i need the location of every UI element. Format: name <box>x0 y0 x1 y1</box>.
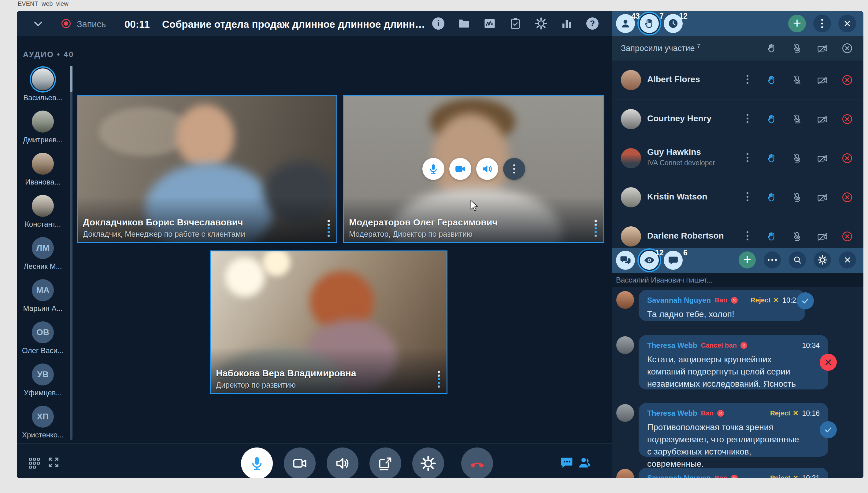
message-author[interactable]: Savannah Nguyen <box>647 474 711 478</box>
ban-button[interactable]: Ban <box>701 409 714 417</box>
close-participants-panel-button[interactable] <box>838 15 856 33</box>
lower-hand-button[interactable] <box>766 192 777 202</box>
message-author[interactable]: Theresa Webb <box>647 341 697 350</box>
tile-more-button[interactable] <box>327 220 330 237</box>
info-button[interactable]: i <box>431 17 445 30</box>
ban-icon[interactable] <box>741 342 747 349</box>
toggle-participants-button[interactable] <box>578 456 592 470</box>
tile-more-button[interactable] <box>438 371 440 388</box>
ban-icon[interactable] <box>731 475 738 478</box>
queue-row[interactable]: Albert Flores <box>612 61 863 100</box>
share-screen-button[interactable] <box>369 448 401 478</box>
fullscreen-button[interactable] <box>47 456 60 469</box>
lower-hand-button[interactable] <box>766 114 777 124</box>
row-more-button[interactable] <box>747 153 748 162</box>
audio-participant[interactable]: Дмитриев... <box>17 111 69 153</box>
message-approved-button[interactable] <box>797 292 814 309</box>
lower-hand-button[interactable] <box>766 75 777 85</box>
remove-participant-button[interactable] <box>841 74 853 86</box>
audio-participant[interactable]: ЛМЛесник М... <box>17 237 69 279</box>
row-more-button[interactable] <box>747 75 748 84</box>
tile-more-button[interactable] <box>594 220 597 237</box>
reject-button[interactable]: Reject✕ <box>750 296 779 304</box>
queue-row[interactable]: Kristin Watson <box>612 178 863 217</box>
video-tile-director[interactable]: Набокова Вера Владимировна Директор по р… <box>210 251 447 394</box>
whiteboard-button[interactable] <box>483 17 497 30</box>
participant-mic-button[interactable] <box>422 158 444 180</box>
decline-all-button[interactable] <box>841 42 853 54</box>
hang-up-button[interactable] <box>461 448 493 478</box>
camera-off-button[interactable] <box>817 192 828 203</box>
message-rejected-button[interactable] <box>820 354 837 371</box>
add-participant-button[interactable]: + <box>788 15 806 33</box>
row-more-button[interactable] <box>747 231 748 240</box>
speaker-toggle-button[interactable] <box>327 448 359 478</box>
queue-row[interactable]: Darlene Robertson <box>612 217 863 248</box>
mute-button[interactable] <box>792 192 802 202</box>
row-more-button[interactable] <box>747 192 748 201</box>
message-author[interactable]: Savannah Nguyen <box>647 296 711 304</box>
audio-participant[interactable]: ХПХристенко... <box>17 406 69 448</box>
close-chat-panel-button[interactable] <box>839 251 856 269</box>
chat-search-button[interactable] <box>789 251 806 269</box>
ban-icon[interactable] <box>717 410 724 416</box>
ban-button[interactable]: Ban <box>714 474 727 478</box>
reject-button[interactable]: Reject✕ <box>770 409 798 417</box>
new-chat-button[interactable]: + <box>739 251 756 269</box>
layout-grid-button[interactable] <box>29 458 40 469</box>
help-button[interactable]: ? <box>586 17 599 30</box>
remove-participant-button[interactable] <box>841 152 853 164</box>
queue-row[interactable]: Guy Hawkins IVA Connet developer <box>612 139 863 178</box>
tab-all-chats[interactable] <box>616 251 635 270</box>
participant-camera-button[interactable] <box>449 158 471 180</box>
chat-more-button[interactable] <box>764 251 781 269</box>
mute-button[interactable] <box>792 153 802 164</box>
stats-button[interactable] <box>560 17 573 30</box>
participants-more-button[interactable] <box>813 15 831 33</box>
remove-participant-button[interactable] <box>841 192 853 203</box>
collapse-chevron-button[interactable] <box>32 18 44 30</box>
video-tile-speaker[interactable]: Докладчиков Борис Вячеславович Докладчик… <box>77 95 337 243</box>
mute-button[interactable] <box>792 75 802 85</box>
audio-participant[interactable]: Констант... <box>17 195 69 237</box>
lower-all-hands-button[interactable] <box>766 43 777 53</box>
audio-participant[interactable]: Иванова... <box>17 153 69 195</box>
remove-participant-button[interactable] <box>841 231 853 242</box>
lower-hand-button[interactable] <box>766 231 777 242</box>
participant-more-button[interactable] <box>503 158 525 180</box>
message-author[interactable]: Theresa Webb <box>647 409 697 417</box>
audio-participant[interactable]: УВУфимцев... <box>17 364 69 406</box>
call-settings-button[interactable] <box>412 448 444 478</box>
camera-off-button[interactable] <box>817 75 828 86</box>
tab-messages[interactable] <box>664 251 683 270</box>
camera-off-button[interactable] <box>817 231 828 242</box>
camera-off-button[interactable] <box>817 114 828 125</box>
files-button[interactable] <box>457 17 471 30</box>
rail-scrollbar-thumb[interactable] <box>70 66 73 92</box>
remove-participant-button[interactable] <box>841 113 853 125</box>
microphone-toggle-button[interactable] <box>241 448 273 478</box>
chat-settings-button[interactable] <box>814 251 831 269</box>
tab-raised-hands[interactable] <box>640 14 659 33</box>
camera-off-button[interactable] <box>817 153 828 164</box>
ban-button[interactable]: Ban <box>714 296 727 304</box>
participant-speaker-button[interactable] <box>476 158 498 180</box>
mute-all-button[interactable] <box>792 43 802 53</box>
settings-button[interactable] <box>534 17 548 30</box>
audio-participant[interactable]: Васильев... <box>17 68 69 111</box>
audio-participant[interactable]: МАМарьин А... <box>17 279 69 321</box>
cancel-ban-button[interactable]: Cancel ban <box>701 342 737 349</box>
mute-button[interactable] <box>792 231 802 242</box>
tasks-button[interactable] <box>509 17 522 30</box>
ban-icon[interactable] <box>731 297 738 304</box>
reject-button[interactable]: Reject✕ <box>770 474 798 478</box>
lower-hand-button[interactable] <box>766 153 777 164</box>
video-tile-moderator[interactable]: Модераторов Олег Герасимович Модератор, … <box>343 95 604 243</box>
queue-row[interactable]: Courtney Henry <box>612 100 863 139</box>
camera-toggle-button[interactable] <box>284 448 316 478</box>
row-more-button[interactable] <box>747 114 748 123</box>
message-approved-button[interactable] <box>820 421 837 438</box>
toggle-chat-button[interactable] <box>560 456 573 470</box>
audio-participant[interactable]: ОВОлег Васи... <box>17 321 69 364</box>
rail-scrollbar[interactable] <box>70 66 73 440</box>
